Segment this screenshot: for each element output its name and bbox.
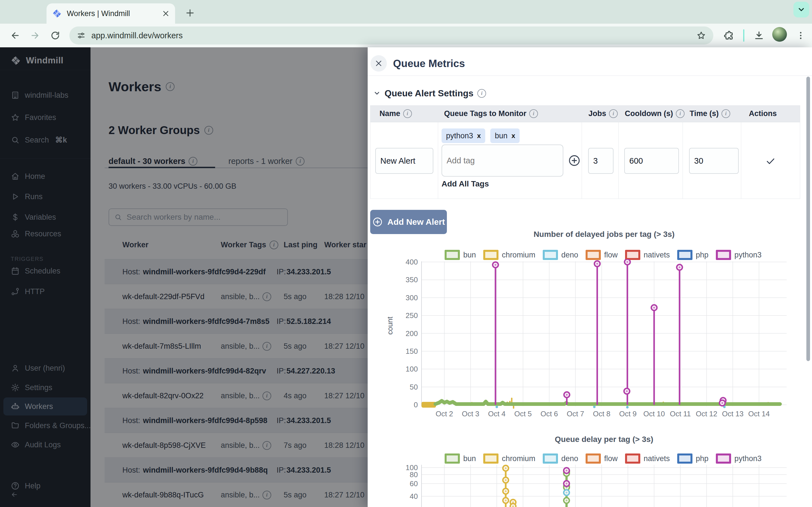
drawer-scrollbar[interactable] — [806, 76, 810, 361]
legend-label: bun — [463, 454, 476, 463]
legend-label: deno — [561, 251, 578, 260]
legend-swatch — [483, 250, 499, 260]
chart2-title: Queue delay per tag (> 3s) — [421, 435, 786, 444]
legend-swatch — [445, 453, 460, 464]
svg-text:80: 80 — [410, 470, 418, 479]
cooldown-input[interactable] — [624, 148, 679, 174]
col-actions: Actions — [749, 109, 777, 118]
browser-tab[interactable]: Workers | Windmill — [47, 3, 175, 24]
jobs-input[interactable] — [588, 148, 613, 174]
info-icon[interactable]: i — [529, 109, 538, 118]
legend-item-flow[interactable]: flow — [586, 250, 618, 260]
confirm-alert-button[interactable] — [765, 156, 776, 166]
info-icon[interactable]: i — [403, 109, 412, 118]
legend-swatch — [543, 453, 558, 464]
svg-text:Oct 3: Oct 3 — [462, 409, 479, 418]
delayed-jobs-chart[interactable]: Oct 2Oct 3Oct 4Oct 5Oct 6Oct 7Oct 8Oct 9… — [392, 259, 790, 422]
tab-search-button[interactable] — [794, 2, 809, 17]
legend-item-deno[interactable]: deno — [543, 453, 578, 464]
queue-metrics-drawer: Queue Metrics Queue Alert Settings i Nam… — [368, 47, 812, 507]
svg-text:Oct 6: Oct 6 — [541, 409, 558, 418]
drawer-header-divider — [368, 75, 812, 76]
url-text[interactable]: app.windmill.dev/workers — [91, 31, 183, 40]
legend-item-chromium[interactable]: chromium — [483, 250, 536, 260]
legend-label: flow — [604, 251, 618, 260]
svg-text:Oct 11: Oct 11 — [670, 409, 691, 418]
column-divider — [618, 122, 619, 199]
tab-title: Workers | Windmill — [67, 9, 162, 18]
svg-text:250: 250 — [406, 311, 418, 320]
plus-circle-icon — [372, 217, 383, 227]
browser-menu-icon[interactable] — [793, 27, 809, 43]
legend-item-bun[interactable]: bun — [445, 250, 476, 260]
legend-label: chromium — [502, 251, 536, 260]
svg-text:50: 50 — [410, 383, 418, 391]
svg-text:350: 350 — [406, 276, 418, 284]
column-divider — [741, 122, 741, 199]
col-jobs: Jobs — [589, 109, 606, 118]
legend-label: php — [696, 454, 709, 463]
alert-table-header: Namei Queue Tags to Monitori Jobsi Coold… — [370, 106, 800, 122]
url-bar[interactable]: app.windmill.dev/workers — [69, 26, 713, 45]
bookmark-star-icon[interactable] — [696, 31, 706, 40]
profile-avatar[interactable] — [772, 27, 787, 42]
alert-name-input[interactable] — [375, 148, 434, 174]
toolbar-divider — [743, 29, 744, 42]
legend-item-flow[interactable]: flow — [586, 453, 618, 464]
legend-item-nativets[interactable]: nativets — [625, 250, 670, 260]
legend-label: bun — [463, 251, 476, 260]
tag-label: bun — [495, 131, 507, 140]
tab-close-icon[interactable] — [162, 10, 169, 17]
legend-item-chromium[interactable]: chromium — [483, 453, 536, 464]
extensions-icon[interactable] — [721, 27, 737, 43]
col-tags: Queue Tags to Monitor — [444, 109, 526, 118]
svg-text:60: 60 — [410, 480, 418, 488]
legend-label: flow — [604, 454, 618, 463]
add-tag-input[interactable] — [442, 145, 563, 177]
legend-swatch — [586, 250, 601, 260]
downloads-icon[interactable] — [751, 27, 767, 43]
info-icon[interactable]: i — [477, 89, 486, 98]
legend-item-deno[interactable]: deno — [543, 250, 578, 260]
modal-backdrop[interactable] — [0, 47, 368, 507]
legend-swatch — [543, 250, 558, 260]
legend-item-python3[interactable]: python3 — [716, 250, 762, 260]
alert-settings-section-toggle[interactable]: Queue Alert Settings i — [373, 87, 486, 99]
back-button[interactable] — [7, 27, 23, 43]
svg-text:40: 40 — [410, 492, 418, 501]
add-tag-button[interactable] — [568, 154, 581, 167]
tag-chip-bun: bun x — [490, 128, 520, 143]
legend-swatch — [483, 453, 499, 464]
forward-button[interactable] — [27, 27, 43, 43]
col-time: Time (s) — [690, 109, 719, 118]
legend-label: deno — [561, 454, 578, 463]
info-icon[interactable]: i — [609, 109, 618, 118]
legend-label: python3 — [734, 251, 762, 260]
time-input[interactable] — [689, 148, 739, 174]
drawer-close-button[interactable] — [370, 55, 387, 71]
section-title: Queue Alert Settings — [385, 88, 473, 99]
svg-text:Oct 14: Oct 14 — [748, 409, 770, 418]
queue-delay-chart[interactable]: 100806040 — [392, 464, 790, 507]
legend-swatch — [677, 453, 693, 464]
col-name: Name — [379, 109, 400, 118]
remove-tag-icon[interactable]: x — [477, 132, 481, 140]
add-all-tags-link[interactable]: Add All Tags — [442, 179, 489, 188]
reload-button[interactable] — [47, 27, 63, 43]
column-divider — [581, 122, 582, 199]
legend-item-php[interactable]: php — [677, 453, 709, 464]
legend-item-bun[interactable]: bun — [445, 453, 476, 464]
legend-item-python3[interactable]: python3 — [716, 453, 762, 464]
info-icon[interactable]: i — [676, 109, 684, 118]
svg-text:Oct 7: Oct 7 — [567, 409, 584, 418]
legend-swatch — [677, 250, 693, 260]
info-icon[interactable]: i — [721, 109, 730, 118]
new-tab-button[interactable] — [183, 6, 197, 20]
legend-item-nativets[interactable]: nativets — [625, 453, 670, 464]
col-cooldown: Cooldown (s) — [625, 109, 673, 118]
chevron-down-icon — [373, 90, 380, 97]
legend-item-php[interactable]: php — [677, 250, 709, 260]
remove-tag-icon[interactable]: x — [511, 132, 515, 140]
column-divider — [438, 122, 438, 199]
site-settings-icon[interactable] — [77, 31, 86, 40]
